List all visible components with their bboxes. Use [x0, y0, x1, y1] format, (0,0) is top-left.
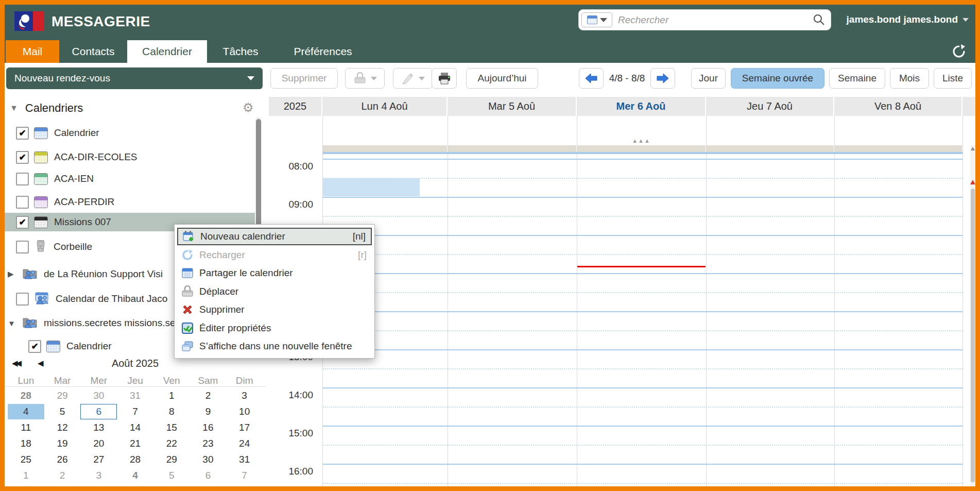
day-header-3[interactable]: Mer 6 Aoû	[577, 97, 706, 116]
chevron-expanded-icon[interactable]: ▼	[8, 319, 17, 328]
mini-calendar-day[interactable]: 2	[44, 468, 81, 483]
tab-taches[interactable]: Tâches	[207, 40, 274, 63]
mini-calendar-selected-day[interactable]: 4	[8, 404, 44, 419]
menu-item-partager-le-calendrier[interactable]: Partager le calendrier	[177, 264, 372, 282]
day-header-2[interactable]: Mar 5 Aoû	[448, 97, 577, 116]
menu-item-nouveau-calendrier[interactable]: Nouveau calendrier[nl]	[177, 228, 372, 245]
mini-calendar-day[interactable]: 5	[153, 468, 190, 483]
view-list-button[interactable]: Liste	[934, 68, 972, 89]
menu-item--diter-propri-t-s[interactable]: Éditer propriétés	[177, 319, 372, 337]
mini-calendar-day[interactable]: 27	[80, 452, 117, 467]
print-button[interactable]	[432, 68, 457, 89]
scrollbar-thumb[interactable]	[971, 189, 975, 482]
today-button[interactable]: Aujourd’hui	[466, 68, 538, 89]
calendar-checkbox[interactable]	[16, 293, 29, 306]
new-appointment-button[interactable]: Nouveau rendez-vous	[6, 67, 263, 89]
mini-calendar-day[interactable]: 21	[117, 436, 153, 451]
calendar-checkbox[interactable]	[16, 173, 29, 185]
gear-icon[interactable]: ⚙	[243, 100, 254, 115]
tab-calendrier[interactable]: Calendrier	[127, 40, 207, 63]
mini-calendar-day[interactable]: 29	[44, 388, 81, 403]
mini-calendar-day[interactable]: 28	[8, 388, 44, 403]
mini-calendar-day[interactable]: 12	[44, 420, 81, 435]
day-header-1[interactable]: Lun 4 Aoû	[322, 97, 448, 116]
search-scope-selector[interactable]	[581, 12, 612, 27]
calendar-color-icon	[46, 341, 60, 352]
mini-calendar-day[interactable]: 28	[117, 452, 153, 467]
mini-calendar-day[interactable]: 9	[190, 404, 227, 419]
mini-calendar-day[interactable]: 1	[8, 468, 44, 483]
mini-calendar-day[interactable]: 3	[226, 388, 263, 403]
view-day-button[interactable]: Jour	[691, 68, 726, 89]
calendar-list-item-aca-ien[interactable]: ACA-IEN	[5, 170, 255, 188]
mini-calendar-today[interactable]: 6	[80, 404, 117, 419]
mini-calendar-day[interactable]: 25	[8, 452, 44, 467]
calendar-list-item-aca-perdir[interactable]: ACA-PERDIR	[5, 193, 255, 211]
mini-calendar-day[interactable]: 22	[153, 436, 190, 451]
mini-calendar-day[interactable]: 5	[44, 404, 81, 419]
mini-calendar-day[interactable]: 29	[153, 452, 190, 467]
day-header-5[interactable]: Ven 8 Aoû	[834, 97, 962, 116]
mini-calendar-day[interactable]: 17	[226, 420, 263, 435]
all-day-collapse-handle[interactable]: ▲▲▲	[626, 138, 657, 144]
delete-button[interactable]: Supprimer	[270, 68, 338, 89]
calendar-checkbox[interactable]: ✔	[16, 127, 29, 140]
menu-item-recharger[interactable]: Recharger[r]	[177, 246, 372, 264]
mini-calendar-day[interactable]: 11	[8, 420, 44, 435]
mini-calendar-day[interactable]: 2	[190, 388, 227, 403]
view-month-button[interactable]: Mois	[890, 68, 929, 89]
mini-calendar-day[interactable]: 7	[226, 468, 263, 483]
mini-calendar-day[interactable]: 3	[80, 468, 117, 483]
calendar-checkbox[interactable]: ✔	[16, 151, 29, 164]
tab-mail[interactable]: Mail	[6, 40, 59, 63]
user-menu[interactable]: james.bond james.bond	[847, 14, 969, 25]
mini-calendar-day[interactable]: 4	[117, 468, 153, 483]
selected-time-slot[interactable]	[323, 178, 420, 196]
mini-calendar-day[interactable]: 31	[226, 452, 263, 467]
mini-calendar-day[interactable]: 6	[190, 468, 227, 483]
mini-calendar-day[interactable]: 14	[117, 420, 153, 435]
search-icon[interactable]	[812, 13, 826, 26]
mini-calendar-day[interactable]: 13	[80, 420, 117, 435]
search-input[interactable]	[617, 11, 789, 28]
menu-item-d-placer[interactable]: Déplacer	[177, 283, 372, 300]
weekday-label: Jeu	[117, 373, 153, 388]
day-header-4[interactable]: Jeu 7 Aoû	[706, 97, 834, 116]
menu-item-supprimer[interactable]: Supprimer	[177, 301, 372, 318]
move-button[interactable]	[345, 68, 385, 89]
calendar-list-item-aca-dir-ecoles[interactable]: ✔ACA-DIR-ECOLES	[5, 148, 255, 166]
refresh-icon[interactable]	[951, 43, 967, 60]
calendars-section-header[interactable]: ▼ Calendriers	[10, 101, 83, 115]
view-work-week-button[interactable]: Semaine ouvrée	[731, 68, 824, 89]
mini-calendar-day[interactable]: 30	[190, 452, 227, 467]
tag-button[interactable]	[393, 68, 433, 89]
mini-calendar-day[interactable]: 16	[190, 420, 227, 435]
calendar-list-item-calendrier[interactable]: ✔Calendrier	[5, 124, 255, 142]
tab-preferences[interactable]: Préférences	[274, 40, 372, 63]
mini-calendar-day[interactable]: 26	[44, 452, 81, 467]
calendar-checkbox[interactable]	[16, 196, 29, 209]
mini-calendar-day[interactable]: 30	[80, 388, 117, 403]
mini-calendar-day[interactable]: 24	[226, 436, 263, 451]
mini-calendar-day[interactable]: 1	[153, 388, 190, 403]
mini-calendar-day[interactable]: 8	[153, 404, 190, 419]
mini-calendar-day[interactable]: 15	[153, 420, 190, 435]
view-week-button[interactable]: Semaine	[829, 68, 885, 89]
mini-calendar-day[interactable]: 10	[226, 404, 263, 419]
calendar-checkbox[interactable]: ✔	[28, 340, 41, 353]
chevron-collapsed-icon[interactable]: ▶	[8, 269, 17, 279]
calendar-checkbox[interactable]	[16, 241, 29, 253]
mini-calendar-day[interactable]: 7	[117, 404, 153, 419]
calendar-checkbox[interactable]: ✔	[16, 216, 29, 229]
previous-week-button[interactable]	[579, 68, 604, 89]
tab-contacts[interactable]: Contacts	[59, 40, 127, 63]
next-week-button[interactable]	[650, 68, 675, 89]
mini-calendar-day[interactable]: 20	[80, 436, 117, 451]
calendar-scrollbar[interactable]	[970, 145, 975, 486]
mini-calendar-day[interactable]: 19	[44, 436, 81, 451]
mini-calendar-day[interactable]: 18	[8, 436, 44, 451]
scroll-up-arrow-icon[interactable]	[971, 147, 975, 150]
menu-item-s-affiche-dans-une-nouvelle-fen-tre[interactable]: S’affiche dans une nouvelle fenêtre	[177, 337, 372, 355]
mini-calendar-day[interactable]: 31	[117, 388, 153, 403]
mini-calendar-day[interactable]: 23	[190, 436, 227, 451]
